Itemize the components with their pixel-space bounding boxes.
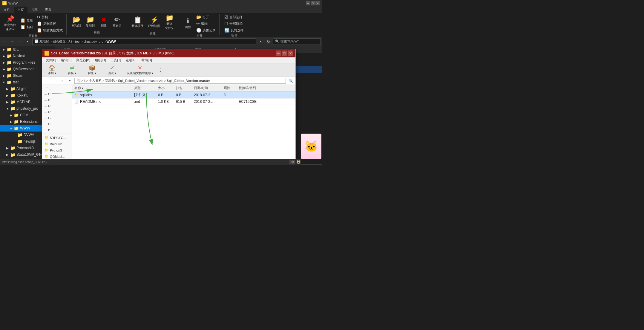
refresh-button[interactable]: ↻ [265, 38, 272, 45]
tab-file[interactable]: 文件 [0, 7, 14, 13]
zip-sidebar-python[interactable]: 📁 Python3 [42, 147, 72, 153]
zip-addr-bar[interactable]: 📉 > I: > 个人资料 > 安装包 > Sqli_Edited_Versio… [74, 78, 286, 84]
minimize-button[interactable]: ─ [306, 1, 310, 5]
zip-test-button[interactable]: ✔ 测试 ▾ [105, 64, 119, 76]
sidebar-label-navicat: Navicat [13, 54, 25, 58]
zip-sidebar-f[interactable]: ─ F: [42, 109, 72, 115]
zip-menu-tools[interactable]: 工具[T] [108, 57, 123, 63]
folder-icon: 📁 [10, 86, 15, 91]
zip-menu-file[interactable]: 文件[F] [43, 57, 59, 63]
zip-more-button[interactable]: ⋮ [157, 65, 163, 75]
chevron-icon: ▶ [6, 94, 9, 97]
zip-col-packed[interactable]: 打包 [176, 86, 194, 90]
sidebar-label-test: test [13, 80, 19, 84]
dropdown-button[interactable]: ▼ [257, 38, 264, 45]
zip-sidebar-e[interactable]: ─ E: [42, 103, 72, 109]
folder-icon: 📁 [45, 148, 49, 152]
zip-maximize-button[interactable]: □ [282, 51, 287, 56]
new-label: 新建 [130, 31, 176, 36]
table-row[interactable]: 📁 sqlilabs [文件夹] 0 B 0 B 2018-07-2... D [72, 91, 295, 99]
character-avatar: 🐱 [301, 134, 321, 159]
folder-icon: 📁 [17, 132, 22, 137]
zip-minimize-button[interactable]: ─ [276, 51, 281, 56]
up-button[interactable]: ↑ [17, 38, 23, 45]
table-row[interactable]: 📄 README.md .md 1.0 KB 615 B 2018-07-2..… [72, 99, 295, 105]
move-to-button[interactable]: 📂 移动到 [70, 16, 83, 28]
zip-back-button[interactable]: ← [43, 77, 50, 84]
zip-menu-browser[interactable]: 浏览器[B] [74, 57, 92, 63]
zip-extract-button[interactable]: 📦 解压 ▾ [85, 64, 99, 76]
tab-view[interactable]: 查看 [41, 7, 55, 13]
select-none-button[interactable]: ☐ 全部取消 [223, 21, 245, 27]
zip-menu-organize[interactable]: 组织[O] [93, 57, 108, 63]
zip-dropdown-button[interactable]: ▼ [67, 77, 73, 84]
paste-shortcut-icon: 📋 [37, 28, 42, 33]
sidebar-label-programfiles: Program Files [13, 60, 35, 65]
paste-button[interactable]: 📋 粘贴 [19, 24, 34, 30]
zip-file-packed: 0 B [176, 93, 194, 97]
search-bar[interactable]: 🔍 搜索"WWW" [273, 38, 321, 45]
zip-sidebar-i[interactable]: ─ I: [42, 127, 72, 133]
copy-path-button[interactable]: 📋 复制路径 [36, 21, 64, 27]
zip-sidebar-dotdot[interactable]: ⋯ ... [42, 85, 72, 91]
zip-convert-button[interactable]: ⇌ 转换 ▾ [65, 64, 79, 76]
zip-col-size[interactable]: 大小 [158, 86, 176, 90]
forward-button[interactable]: → [9, 38, 16, 45]
zip-menu-options[interactable]: 选项[P] [123, 57, 139, 63]
clipboard-buttons: 📌 固定到快速访问 📋 复制 📋 粘贴 ✂ 剪切 [2, 14, 64, 33]
properties-button[interactable]: ℹ 属性 [182, 17, 194, 30]
new-item-button[interactable]: 📋 新建项目 [130, 16, 145, 29]
zip-sidebar-baidu[interactable]: 📁 BaiduNe... [42, 141, 72, 147]
copy-to-button[interactable]: 📁 复制到 [84, 16, 96, 28]
maximize-button[interactable]: □ [311, 1, 315, 5]
sidebar-label-proxmark: Proxmark3 [16, 146, 34, 150]
history-button[interactable]: 🕐 历史记录 [195, 27, 217, 33]
zip-menu-help[interactable]: 帮助[H] [139, 57, 154, 63]
tab-home[interactable]: 主页 [14, 7, 27, 13]
folder-icon: 📁 [45, 136, 49, 140]
copy-button[interactable]: 📋 复制 [19, 17, 34, 23]
zip-convert-icon: ⇌ [70, 65, 74, 71]
delete-icon: ✕ [101, 16, 106, 23]
zip-sidebar-d[interactable]: ─ D: [42, 97, 72, 103]
close-button[interactable]: ✕ [315, 1, 320, 5]
zip-menu-edit[interactable]: 编辑[E] [59, 57, 74, 63]
delete-button[interactable]: ✕ 删除 [98, 16, 110, 28]
folder-icon: 📁 [14, 126, 19, 131]
zip-up-button[interactable]: ↑ [59, 77, 65, 84]
back-button[interactable]: ← [1, 38, 8, 45]
url-text: https://blog.csdn.net/qq_3961123... [2, 161, 49, 164]
ime-label[interactable]: 中 [289, 160, 295, 164]
zip-sidebar-recycle[interactable]: 📁 $RECYC... [42, 135, 72, 141]
zip-close-button[interactable]: ✕ [288, 51, 293, 56]
rename-button[interactable]: ✏ 重命名 [111, 16, 123, 28]
zip-add-button[interactable]: 🏠 添加 ▾ [45, 64, 59, 76]
pin-to-quick-button[interactable]: 📌 固定到快速访问 [2, 15, 18, 32]
recent-button[interactable]: ▼ [24, 38, 31, 45]
cut-button[interactable]: ✂ 剪切 [36, 14, 64, 20]
zip-sidebar-c[interactable]: ─ C: [42, 91, 72, 97]
zip-sidebar-g[interactable]: ─ G: [42, 115, 72, 121]
zip-col-date[interactable]: 日期/时间 [194, 86, 224, 90]
zip-forward-button[interactable]: → [51, 77, 58, 84]
edit-button[interactable]: ✏ 编辑 [195, 21, 217, 27]
zip-col-name[interactable]: 名称 ▲ [74, 86, 134, 90]
new-folder-button[interactable]: 📁 新建文件夹 [163, 14, 176, 31]
open-button[interactable]: 📂 打开 [195, 14, 217, 20]
zip-sidebar-h[interactable]: ─ H: [42, 121, 72, 127]
tab-share[interactable]: 共享 [27, 7, 41, 13]
zip-col-type[interactable]: 类型 [134, 86, 158, 90]
invert-select-button[interactable]: 🔄 反向选择 [223, 27, 245, 33]
select-all-button[interactable]: ☑ 全部选择 [223, 14, 245, 20]
zip-col-attr[interactable]: 属性 [224, 86, 239, 90]
address-bar[interactable]: 📉 此电脑 > 固态硬盘 (D:) > test > phpstudy_pro … [32, 38, 256, 45]
paste-shortcut-button[interactable]: 📋 粘贴快捷方式 [36, 27, 64, 33]
zip-sidebar-qq[interactable]: 📁 QQMusi... [42, 153, 72, 160]
zip-col-crc[interactable]: 校验码/散列 [239, 86, 293, 90]
zip-search-button[interactable]: 🔍 [287, 77, 294, 84]
easy-access-button[interactable]: ⚡ 轻松访问 [146, 16, 162, 29]
zip-delete-icon: ✕ [138, 65, 142, 71]
drive-icon: ─ [45, 104, 47, 108]
zip-delete-button[interactable]: ✕ 从压缩文档中删除 ▾ [125, 64, 156, 76]
select-all-icon: ☑ [224, 15, 228, 19]
